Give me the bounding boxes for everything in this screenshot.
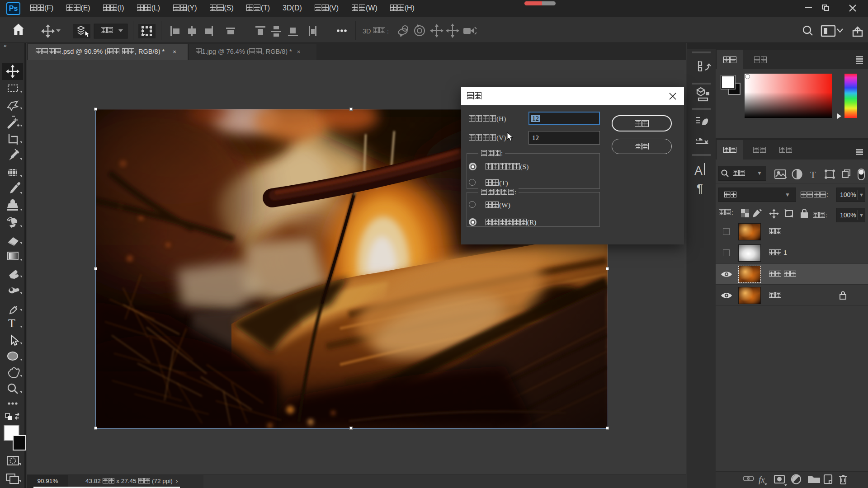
svg-text:T: T bbox=[8, 317, 15, 330]
svg-text:T: T bbox=[810, 169, 816, 180]
svg-text::: : bbox=[387, 28, 389, 35]
svg-text:A: A bbox=[694, 164, 703, 178]
svg-text:fx: fx bbox=[759, 475, 765, 484]
svg-text:¶: ¶ bbox=[697, 182, 703, 195]
svg-text:3D: 3D bbox=[363, 28, 371, 35]
